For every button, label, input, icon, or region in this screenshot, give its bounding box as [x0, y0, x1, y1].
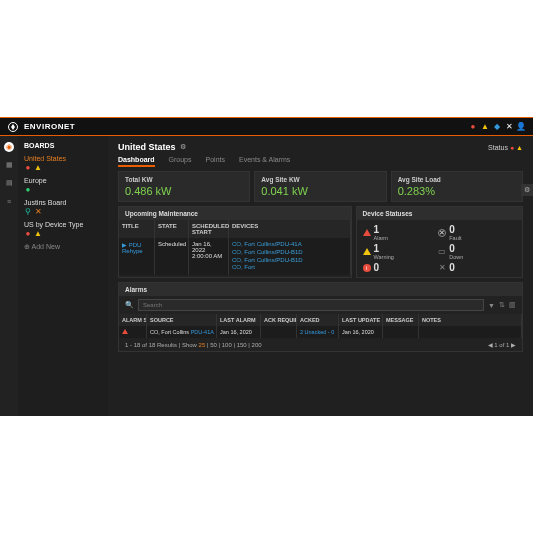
tab-points[interactable]: Points [206, 156, 225, 167]
gear-icon[interactable]: ⚙ [180, 143, 186, 151]
sidebar: BOARDS United States ●▲ Europe ● Justins… [18, 136, 108, 416]
columns-icon[interactable]: ▥ [509, 301, 516, 309]
rail-boards-icon[interactable]: ◉ [4, 142, 14, 152]
device-link[interactable]: CO, Fort Collins/PDU-B1D [232, 257, 347, 265]
alert-icon[interactable]: ● [469, 123, 477, 131]
status-down: ▭ 0Down [438, 243, 512, 260]
status-fault: ✕ 0Fault [438, 224, 512, 241]
alarms-footer: 1 - 18 of 18 Results | Show 25 | 50 | 10… [119, 338, 522, 351]
device-link[interactable]: CO, Fort Collins/PDU-B1D [232, 249, 347, 257]
alarms-search-input[interactable] [138, 299, 484, 311]
top-status-icons: ● ▲ ◆ ✕ 👤 [469, 123, 525, 131]
device-statuses-panel: Device Statuses 1Alarm ✕ 0Fault 1Warni [356, 206, 523, 278]
rail-list-icon[interactable]: ≡ [4, 196, 14, 206]
alarm-row[interactable]: CO, Fort Collins PDU-41A Jan 16, 2020 2 … [119, 326, 522, 338]
warning-icon: ▲ [34, 229, 42, 237]
metric-total-kw: Total KW 0.486 kW [118, 171, 250, 202]
info-icon: i [363, 264, 371, 272]
search-icon: 🔍 [125, 301, 134, 309]
status-warning: 1Warning [363, 243, 437, 260]
sidebar-item-us-device[interactable]: US by Device Type ●▲ [24, 221, 102, 237]
tools-icon: ✕ [438, 264, 446, 272]
status-alarm: 1Alarm [363, 224, 437, 241]
rail-map-icon[interactable]: ▦ [4, 160, 14, 170]
info-icon[interactable]: ◆ [493, 123, 501, 131]
page-prev[interactable]: ◀ [488, 342, 493, 348]
metric-avg-site-kw: Avg Site KW 0.041 kW [254, 171, 386, 202]
alert-icon: ● [24, 229, 32, 237]
sidebar-title: BOARDS [24, 142, 102, 149]
tab-events[interactable]: Events & Alarms [239, 156, 290, 167]
tab-groups[interactable]: Groups [169, 156, 192, 167]
app-window: ENVIRONET ● ▲ ◆ ✕ 👤 ◉ ▦ ▤ ≡ BOARDS Unite… [0, 117, 533, 416]
brand-name: ENVIRONET [24, 122, 75, 131]
warning-icon [363, 248, 371, 255]
status-label: Status ● ▲ [488, 144, 523, 151]
ok-icon: ● [24, 185, 32, 193]
maintenance-row[interactable]: ▶ PDU Rehype Scheduled Jan 16, 2022 2:00… [119, 238, 351, 275]
rail-chart-icon[interactable]: ▤ [4, 178, 14, 188]
page-title: United States [118, 142, 176, 152]
status-maint: ✕ 0 [438, 262, 512, 273]
warning-icon: ▲ [34, 163, 42, 171]
warning-icon[interactable]: ▲ [481, 123, 489, 131]
filter-icon[interactable]: ▼ [488, 302, 495, 309]
fault-icon: ✕ [438, 229, 446, 237]
add-new-board[interactable]: Add New [24, 243, 102, 251]
alarm-icon [363, 229, 371, 236]
sidebar-item-europe[interactable]: Europe ● [24, 177, 102, 193]
metric-avg-site-load: Avg Site Load 0.283% [391, 171, 523, 202]
sidebar-item-justins[interactable]: Justins Board ⚲✕ [24, 199, 102, 215]
page-next[interactable]: ▶ [511, 342, 516, 348]
alert-icon: ● [24, 163, 32, 171]
status-info: i 0 [363, 262, 437, 273]
main-content: ⚙ United States ⚙ Status ● ▲ Dashboard G… [108, 136, 533, 416]
sidebar-item-us[interactable]: United States ●▲ [24, 155, 102, 171]
user-icon[interactable]: 👤 [517, 123, 525, 131]
sort-icon[interactable]: ⇅ [499, 301, 505, 309]
tools-icon[interactable]: ✕ [505, 123, 513, 131]
nav-rail: ◉ ▦ ▤ ≡ [0, 136, 18, 416]
device-link[interactable]: CO, Fort [232, 264, 347, 272]
alarms-panel: Alarms 🔍 ▼ ⇅ ▥ ALARM STATE SOURCE LAST A… [118, 282, 523, 352]
tools-icon: ✕ [34, 207, 42, 215]
tabs: Dashboard Groups Points Events & Alarms [108, 154, 533, 171]
logo-icon [8, 122, 18, 132]
device-link[interactable]: CO, Fort Collins/PDU-41A [232, 241, 347, 249]
settings-button[interactable]: ⚙ [521, 184, 533, 196]
link-icon: ⚲ [24, 207, 32, 215]
alarm-icon [122, 329, 128, 334]
top-bar: ENVIRONET ● ▲ ◆ ✕ 👤 [0, 118, 533, 136]
down-icon: ▭ [438, 248, 446, 256]
upcoming-maintenance-panel: Upcoming Maintenance TITLE STATE SCHEDUL… [118, 206, 352, 278]
tab-dashboard[interactable]: Dashboard [118, 156, 155, 167]
